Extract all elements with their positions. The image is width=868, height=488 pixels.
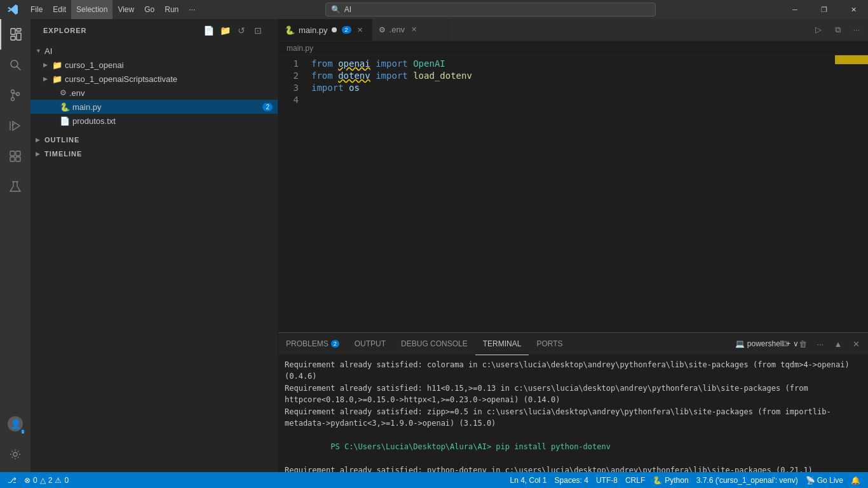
- svg-rect-12: [10, 151, 15, 156]
- restore-button[interactable]: ❐: [810, 0, 839, 19]
- tab-main-py[interactable]: 🐍 main.py 2 ✕: [278, 19, 372, 41]
- minimap-highlight: [835, 55, 868, 64]
- status-errors[interactable]: ⊗ 0 △ 2 ⚠ 0: [20, 472, 72, 488]
- status-spaces[interactable]: Spaces: 4: [551, 472, 592, 488]
- max-terminal-button[interactable]: ▲: [830, 336, 846, 352]
- tree-item-produtos[interactable]: 📄 produtos.txt: [31, 114, 278, 128]
- activity-bar: 👤 1: [0, 19, 31, 472]
- tree-item-outline[interactable]: ▶ OUTLINE: [31, 133, 278, 147]
- outline-section: ▶ OUTLINE ▶ TIMELINE: [31, 133, 278, 161]
- tab-label: PROBLEMS: [286, 339, 329, 348]
- keyword-from: from: [311, 58, 338, 70]
- title-left: File Edit Selection View Go Run ···: [0, 0, 200, 19]
- minimap: [835, 55, 868, 332]
- status-language[interactable]: 🐍 Python: [649, 472, 692, 488]
- code-editor[interactable]: 1 2 3 4 from openai import OpenAI from d…: [278, 55, 868, 332]
- activity-extensions-icon[interactable]: [0, 141, 31, 172]
- split-editor-button[interactable]: ⧉: [829, 21, 846, 39]
- activity-bottom-icons: 👤 1: [0, 409, 31, 472]
- arrow-right-icon: ▶: [36, 137, 42, 143]
- status-encoding[interactable]: UTF-8: [592, 472, 621, 488]
- terminal-tab-problems[interactable]: PROBLEMS 2: [278, 333, 347, 355]
- tab-env[interactable]: ⚙ .env ✕: [372, 19, 449, 41]
- activity-search-icon[interactable]: [0, 50, 31, 80]
- split-terminal-button[interactable]: ⧉: [776, 336, 793, 352]
- status-position[interactable]: Ln 4, Col 1: [506, 472, 551, 488]
- module-dotenv: dotenv: [338, 70, 370, 82]
- activity-testing-icon[interactable]: [0, 172, 31, 202]
- account-icon[interactable]: 👤 1: [0, 409, 31, 439]
- terminal-tab-debug[interactable]: DEBUG CONSOLE: [393, 333, 475, 355]
- sidebar-title: EXPLORER: [43, 27, 87, 34]
- activity-run-icon[interactable]: [0, 111, 31, 141]
- new-folder-button[interactable]: 📁: [218, 24, 232, 37]
- outline-label: OUTLINE: [44, 136, 278, 144]
- status-eol[interactable]: CRLF: [621, 472, 649, 488]
- tab-close-button[interactable]: ✕: [355, 25, 365, 35]
- code-line-3: import os: [311, 82, 835, 94]
- tree-item-env[interactable]: ⚙ .env: [31, 86, 278, 100]
- warning-count: 2: [48, 476, 53, 485]
- menu-view[interactable]: View: [112, 0, 139, 19]
- status-branch[interactable]: ⎇: [4, 472, 20, 488]
- tab-label: TERMINAL: [483, 339, 522, 348]
- tree-item-timeline[interactable]: ▶ TIMELINE: [31, 147, 278, 161]
- python-icon: 🐍: [285, 25, 295, 35]
- root-label: AI: [44, 46, 52, 56]
- tab-badge: 2: [342, 26, 351, 34]
- tab-close-button[interactable]: ✕: [409, 25, 419, 35]
- menu-run[interactable]: Run: [159, 0, 184, 19]
- tree-root-ai[interactable]: ▼ AI: [31, 44, 278, 58]
- tab-label: DEBUG CONSOLE: [401, 339, 468, 348]
- tree-item-curso1[interactable]: ▶ 📁 curso_1_openai: [31, 58, 278, 72]
- statusbar: ⎇ ⊗ 0 △ 2 ⚠ 0 Ln 4, Col 1 Spaces: 4 UTF-…: [0, 472, 868, 488]
- new-file-button[interactable]: 📄: [201, 24, 215, 37]
- svg-rect-14: [10, 157, 15, 161]
- more-terminal-button[interactable]: ···: [812, 336, 829, 352]
- menu-edit[interactable]: Edit: [48, 0, 71, 19]
- run-button[interactable]: ▷: [810, 21, 827, 39]
- tree-item-main-py[interactable]: 🐍 main.py 2: [31, 100, 278, 114]
- breadcrumb: main.py: [278, 41, 868, 55]
- error-icon: ⊗: [24, 476, 31, 485]
- terminal-line-2: Requirement already satisfied: h11<0.15,…: [285, 383, 862, 405]
- python-file-icon: 🐍: [60, 102, 70, 112]
- keyword-from2: from: [311, 70, 338, 82]
- refresh-button[interactable]: ↺: [234, 24, 248, 37]
- menu-selection[interactable]: Selection: [71, 0, 112, 19]
- menu-file[interactable]: File: [25, 0, 48, 19]
- terminal-tab-ports[interactable]: PORTS: [529, 333, 570, 355]
- breadcrumb-file: main.py: [287, 44, 313, 53]
- terminal-tab-terminal[interactable]: TERMINAL: [475, 333, 529, 355]
- modified-badge: 2: [262, 103, 273, 111]
- close-terminal-button[interactable]: ✕: [848, 336, 864, 352]
- tab-label: main.py: [299, 25, 328, 35]
- terminal-tab-output[interactable]: OUTPUT: [347, 333, 393, 355]
- menu-go[interactable]: Go: [139, 0, 159, 19]
- trash-terminal-button[interactable]: 🗑: [794, 336, 811, 352]
- terminal-body[interactable]: Requirement already satisfied: colorama …: [278, 355, 868, 472]
- env-icon: ⚙: [379, 25, 386, 34]
- code-content[interactable]: from openai import OpenAI from dotenv im…: [304, 55, 835, 332]
- spaces-text: Spaces: 4: [555, 476, 588, 485]
- venv-text: 3.7.6 ('curso_1_openai': venv): [696, 476, 798, 485]
- activity-settings-icon[interactable]: [0, 439, 31, 470]
- more-actions-button[interactable]: ···: [848, 21, 865, 39]
- tree-item-scripts[interactable]: ▶ 📁 curso_1_openaiScriptsactivate: [31, 72, 278, 86]
- menu-more[interactable]: ···: [184, 0, 200, 19]
- search-input[interactable]: 🔍 AI: [325, 3, 656, 17]
- close-button[interactable]: ✕: [839, 0, 868, 19]
- minimize-button[interactable]: ─: [780, 0, 810, 19]
- status-notifications[interactable]: 🔔: [847, 472, 864, 488]
- broadcast-icon: 📡: [806, 476, 815, 485]
- terminal-line-4: PS C:\Users\Lucia\Desktop\Alura\AI> pip …: [285, 430, 862, 464]
- terminal-tabs: PROBLEMS 2 OUTPUT DEBUG CONSOLE TERMINAL…: [278, 333, 868, 355]
- main-area: 👤 1 EXPLORER 📄 📁 ↺ ⊡ ▼: [0, 19, 868, 472]
- keyword-import2: import: [370, 70, 413, 82]
- vscode-logo-icon: [0, 0, 25, 19]
- status-go-live[interactable]: 📡 Go Live: [802, 472, 847, 488]
- activity-explorer-icon[interactable]: [0, 19, 31, 50]
- status-venv[interactable]: 3.7.6 ('curso_1_openai': venv): [693, 472, 802, 488]
- collapse-button[interactable]: ⊡: [251, 24, 265, 37]
- activity-source-control-icon[interactable]: [0, 80, 31, 111]
